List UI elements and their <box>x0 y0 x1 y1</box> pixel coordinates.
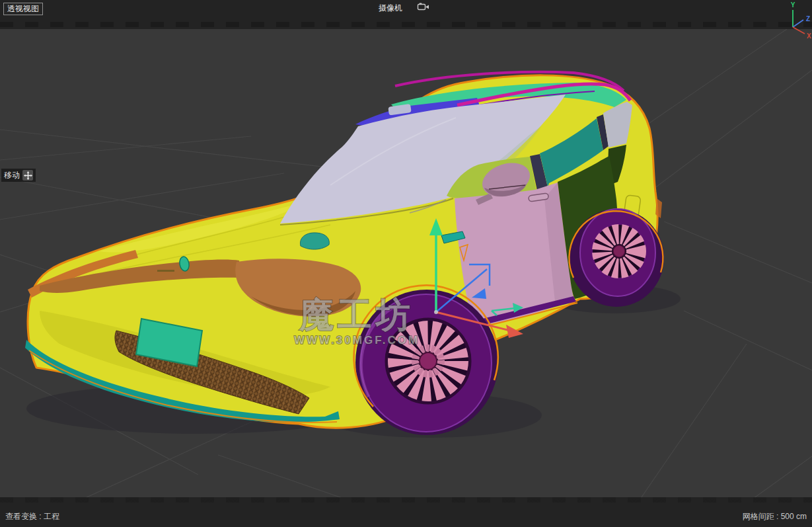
scene-3d: 魔工坊 WWW.30MGF.COM <box>0 0 812 527</box>
move-tool-label: 移动 <box>4 171 20 180</box>
car-model[interactable] <box>25 72 664 435</box>
hood-badge-text <box>157 270 174 272</box>
view-label[interactable]: 透视视图 <box>3 3 43 15</box>
move-tool-indicator: 移动 <box>1 169 36 182</box>
camera-label[interactable]: 摄像机 <box>379 3 402 13</box>
camera-icon[interactable] <box>417 3 430 14</box>
watermark-url: WWW.30MGF.COM <box>294 334 420 346</box>
camera-frame-top-bar <box>0 0 812 29</box>
axis-orientation-gizmo[interactable]: Y Z X <box>770 1 811 39</box>
far-mirror <box>300 233 329 249</box>
status-view-transform: 查看变换 : 工程 <box>5 512 59 521</box>
viewport[interactable]: 魔工坊 WWW.30MGF.COM 透视视图 摄像机 Y Z X 移动 查看变换… <box>0 0 812 527</box>
camera-frame-bottom-bar <box>0 497 812 527</box>
gizmo-origin[interactable] <box>434 310 438 314</box>
render-frame-dashed-border <box>0 22 812 27</box>
watermark: 魔工坊 WWW.30MGF.COM <box>294 296 420 346</box>
watermark-title: 魔工坊 <box>299 296 414 334</box>
axis-x-label: X <box>807 32 811 39</box>
status-grid-spacing: 网格间距 : 500 cm <box>743 512 807 521</box>
axis-z-label: Z <box>806 15 810 22</box>
render-frame-dashed-border <box>0 497 812 503</box>
move-cursor-icon <box>22 170 33 181</box>
axis-y-label: Y <box>791 1 795 9</box>
wheel-rear <box>569 209 664 307</box>
